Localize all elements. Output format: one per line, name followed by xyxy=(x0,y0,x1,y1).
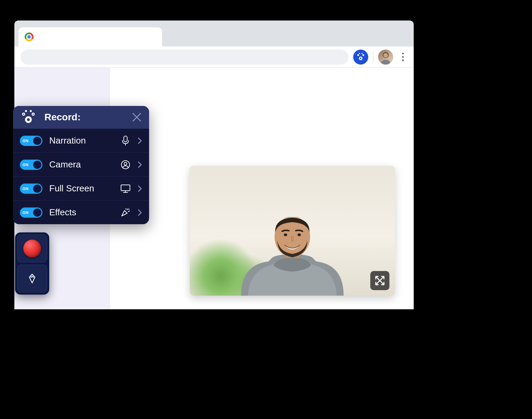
confetti-icon xyxy=(120,207,131,218)
record-button[interactable] xyxy=(17,234,47,262)
row-label: Effects xyxy=(49,207,114,218)
svg-point-33 xyxy=(125,208,127,209)
app-logo-icon xyxy=(20,109,37,126)
svg-point-20 xyxy=(30,110,32,112)
record-row-fullscreen[interactable]: ON Full Screen xyxy=(13,176,149,200)
toggle-fullscreen[interactable]: ON xyxy=(20,184,42,194)
chrome-icon xyxy=(25,32,34,41)
fullscreen-button[interactable] xyxy=(370,271,389,290)
svg-point-3 xyxy=(362,54,364,56)
svg-point-14 xyxy=(27,118,30,121)
address-bar[interactable] xyxy=(21,50,348,65)
svg-point-10 xyxy=(297,233,301,236)
toggle-effects[interactable]: ON xyxy=(20,207,42,218)
microphone-icon xyxy=(120,136,131,146)
svg-point-4 xyxy=(359,53,360,54)
svg-point-18 xyxy=(32,113,34,115)
camera-feed xyxy=(190,166,395,296)
record-row-camera[interactable]: ON Camera xyxy=(13,152,149,176)
expand-icon xyxy=(374,275,385,286)
extension-icon[interactable] xyxy=(353,50,368,65)
control-buttons xyxy=(15,232,49,295)
svg-point-5 xyxy=(361,53,362,54)
toolbar-divider xyxy=(373,51,373,63)
chevron-right-icon xyxy=(137,161,142,169)
browser-toolbar xyxy=(14,46,414,68)
close-icon[interactable] xyxy=(131,112,142,123)
svg-line-30 xyxy=(127,209,128,210)
record-panel-title: Record: xyxy=(44,112,124,123)
toggle-narration[interactable]: ON xyxy=(20,136,42,146)
menu-dots-icon[interactable] xyxy=(398,50,408,65)
app-logo-icon xyxy=(356,52,366,62)
record-row-narration[interactable]: ON Narration xyxy=(13,129,149,152)
svg-point-7 xyxy=(384,53,388,57)
record-row-effects[interactable]: ON Effects xyxy=(13,200,149,224)
svg-line-31 xyxy=(128,211,130,212)
svg-point-1 xyxy=(360,57,362,59)
toggle-camera[interactable]: ON xyxy=(20,160,42,170)
pen-icon xyxy=(26,273,38,284)
svg-point-17 xyxy=(23,113,24,115)
svg-point-32 xyxy=(129,208,130,210)
svg-point-19 xyxy=(25,110,27,112)
record-panel: Record: ON Narration ON Camera xyxy=(13,106,149,224)
chevron-right-icon xyxy=(137,137,142,145)
chevron-right-icon xyxy=(137,185,142,193)
row-label: Camera xyxy=(49,159,114,170)
chevron-right-icon xyxy=(137,208,142,217)
svg-rect-27 xyxy=(121,185,130,191)
record-panel-header: Record: xyxy=(13,106,149,129)
record-circle-icon xyxy=(23,240,41,257)
browser-titlebar xyxy=(14,21,414,46)
browser-tab[interactable] xyxy=(18,27,162,46)
draw-tool-button[interactable] xyxy=(17,265,47,293)
monitor-icon xyxy=(120,184,131,194)
avatar[interactable] xyxy=(378,50,393,65)
svg-rect-23 xyxy=(124,136,127,142)
row-label: Full Screen xyxy=(49,183,114,194)
person-circle-icon xyxy=(120,160,131,170)
svg-point-26 xyxy=(124,162,127,165)
page-main xyxy=(110,68,414,309)
row-label: Narration xyxy=(49,135,114,146)
svg-point-2 xyxy=(357,54,359,56)
svg-point-9 xyxy=(284,233,287,236)
camera-preview[interactable] xyxy=(190,166,395,296)
